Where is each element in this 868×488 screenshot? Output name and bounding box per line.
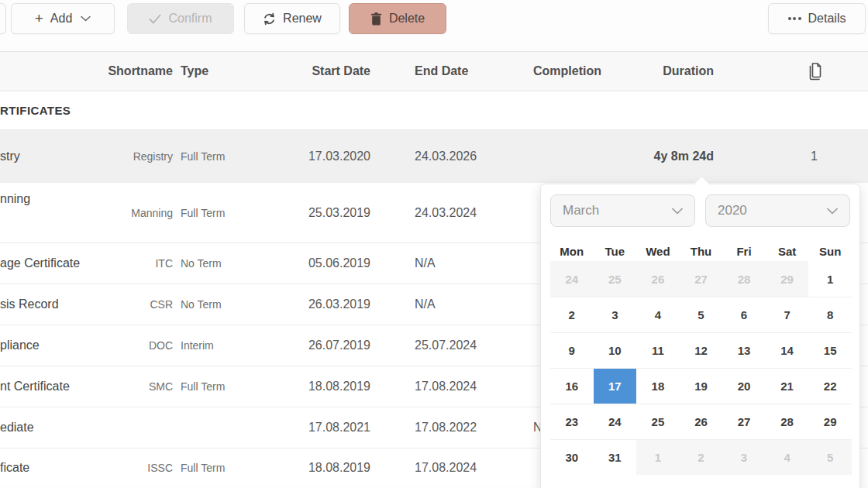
chevron-down-icon: [672, 208, 683, 215]
calendar-day[interactable]: 12: [680, 332, 723, 368]
cell-start: 18.08.2019: [274, 380, 370, 393]
weekday-header-row: MonTueWedThuFriSatSun: [550, 241, 850, 261]
cell-start: 26.03.2019: [274, 297, 370, 311]
calendar-day[interactable]: 9: [550, 332, 594, 368]
cell-short: SMC: [93, 380, 173, 393]
calendar-day[interactable]: 14: [766, 332, 809, 368]
year-select[interactable]: 2020: [705, 194, 850, 227]
calendar-day[interactable]: 4: [636, 297, 680, 332]
calendar-day[interactable]: 5: [808, 439, 852, 475]
cell-short: ITC: [93, 257, 173, 270]
calendar-day[interactable]: 3: [722, 439, 766, 475]
cell-end: 17.08.2024: [370, 461, 531, 475]
calendar-day[interactable]: 18: [636, 368, 680, 404]
cell-count: 1: [714, 149, 868, 163]
cell-start: 26.07.2019: [274, 339, 370, 352]
toolbar: + Add Confirm Renew Delete Details: [0, 0, 868, 51]
calendar-day[interactable]: 23: [550, 404, 594, 439]
add-button[interactable]: + Add: [11, 3, 115, 34]
cell-name: nning: [0, 183, 93, 206]
add-button-label: Add: [50, 12, 72, 26]
calendar-day[interactable]: 26: [636, 261, 680, 297]
calendar-day[interactable]: 29: [808, 404, 852, 439]
confirm-button[interactable]: Confirm: [127, 3, 234, 34]
cell-end: 17.08.2022: [370, 421, 531, 435]
cell-type: Full Term: [173, 462, 274, 474]
plus-icon: +: [35, 11, 43, 26]
calendar-day[interactable]: 15: [808, 332, 852, 368]
cell-end: N/A: [370, 297, 531, 311]
calendar-day[interactable]: 3: [594, 297, 637, 332]
calendar-day[interactable]: 16: [550, 368, 594, 404]
weekday-label: Sat: [766, 245, 809, 258]
calendar-day[interactable]: 28: [722, 261, 766, 297]
copy-icon[interactable]: [806, 61, 823, 81]
calendar-day[interactable]: 27: [680, 261, 723, 297]
calendar-day[interactable]: 11: [636, 332, 680, 368]
calendar-day[interactable]: 31: [594, 439, 637, 475]
calendar-day[interactable]: 2: [680, 439, 723, 475]
weekday-label: Sun: [808, 245, 852, 258]
delete-button[interactable]: Delete: [349, 3, 446, 34]
cell-end: N/A: [370, 256, 531, 270]
calendar-day[interactable]: 25: [636, 404, 680, 439]
weekday-label: Thu: [680, 245, 723, 258]
header-duration: Duration: [624, 64, 714, 78]
calendar-day[interactable]: 6: [722, 297, 766, 332]
cell-type: Full Term: [173, 380, 274, 393]
calendar-day[interactable]: 7: [766, 297, 809, 332]
header-completion: Completion: [531, 64, 624, 78]
header-end-date: End Date: [370, 64, 531, 78]
cell-short: CSR: [93, 298, 173, 311]
toolbar-stub-button[interactable]: [0, 3, 6, 34]
cell-start: 17.03.2020: [274, 149, 370, 163]
delete-button-label: Delete: [389, 12, 425, 26]
calendar-day[interactable]: 25: [594, 261, 637, 297]
date-picker-popup: March 2020 MonTueWedThuFriSatSun 2425262…: [540, 184, 860, 488]
table-row[interactable]: stryRegistryFull Term17.03.202024.03.202…: [0, 130, 868, 183]
calendar-day[interactable]: 1: [808, 261, 852, 297]
refresh-icon: [263, 12, 276, 26]
cell-short: Registry: [93, 150, 173, 163]
calendar-day[interactable]: 13: [722, 332, 766, 368]
header-start-date: Start Date: [274, 64, 370, 78]
calendar-day-selected[interactable]: 17: [594, 368, 637, 404]
calendar-day[interactable]: 29: [766, 261, 809, 297]
calendar-day[interactable]: 5: [680, 297, 723, 332]
cell-short: DOC: [93, 339, 173, 352]
calendar-day[interactable]: 21: [766, 368, 809, 404]
calendar-day[interactable]: 30: [550, 439, 594, 475]
calendar-day[interactable]: 1: [636, 439, 680, 475]
calendar-day[interactable]: 8: [808, 297, 852, 332]
calendar-day[interactable]: 19: [680, 368, 723, 404]
calendar-day[interactable]: 22: [808, 368, 852, 404]
cell-short: ISSC: [93, 462, 173, 474]
cell-end: 25.07.2024: [370, 339, 531, 352]
chevron-down-icon: [827, 208, 838, 215]
calendar-day[interactable]: 4: [766, 439, 809, 475]
cell-name: age Certificate: [0, 256, 93, 270]
calendar-day[interactable]: 24: [594, 404, 637, 439]
calendar-day[interactable]: 28: [766, 404, 809, 439]
table-header-row: Shortname Type Start Date End Date Compl…: [0, 51, 868, 91]
details-button[interactable]: Details: [768, 3, 866, 34]
calendar-day[interactable]: 20: [722, 368, 766, 404]
calendar-day[interactable]: 26: [680, 404, 723, 439]
calendar-day[interactable]: 24: [550, 261, 594, 297]
cell-end: 24.03.2026: [370, 149, 531, 163]
cell-type: Full Term: [173, 150, 274, 163]
month-select-value: March: [563, 203, 599, 218]
cell-short: Manning: [93, 207, 173, 219]
cell-end: 24.03.2024: [370, 206, 531, 220]
month-select[interactable]: March: [550, 194, 695, 227]
confirm-button-label: Confirm: [168, 12, 212, 26]
calendar-day[interactable]: 2: [550, 297, 594, 332]
renew-button[interactable]: Renew: [244, 3, 340, 34]
cell-type: No Term: [173, 298, 274, 311]
calendar-day[interactable]: 10: [594, 332, 637, 368]
trash-icon: [370, 12, 382, 26]
renew-button-label: Renew: [283, 12, 322, 26]
cell-start: 25.03.2019: [274, 206, 370, 220]
calendar-day[interactable]: 27: [722, 404, 766, 439]
weekday-label: Fri: [722, 245, 766, 258]
